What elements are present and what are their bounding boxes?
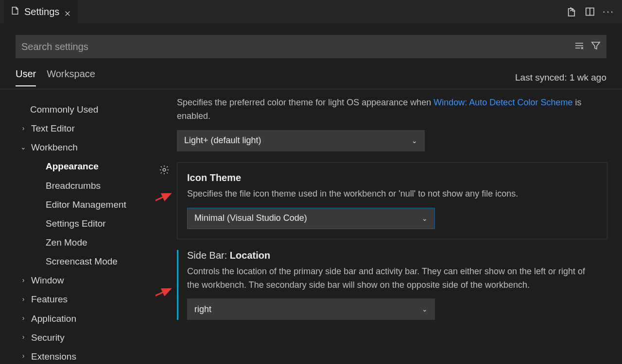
tab-actions: ···: [567, 7, 618, 17]
chevron-right-icon: ›: [20, 122, 26, 135]
setting-sidebar-location: Side Bar: Location Controls the location…: [177, 250, 607, 320]
clear-filter-icon[interactable]: [574, 41, 584, 52]
toc-item-editor-management[interactable]: Editor Management: [14, 195, 156, 214]
annotation-arrow: [156, 191, 176, 205]
toc-item-label: Workbench: [31, 139, 78, 156]
scope-tabs: User Workspace: [16, 68, 95, 86]
sync-status: Last synced: 1 wk ago: [515, 72, 606, 83]
toc-item-label: Text Editor: [31, 120, 75, 137]
setting-title: Side Bar: Location: [187, 250, 607, 261]
scope-tab-workspace[interactable]: Workspace: [47, 68, 95, 86]
toc-item-label: Extensions: [31, 348, 76, 364]
select-preferred-light-theme[interactable]: Light+ (default light) ⌄: [177, 130, 425, 151]
chevron-right-icon: ›: [20, 312, 26, 325]
toc-item-window[interactable]: ›Window: [14, 271, 156, 290]
desc-text: Specifies the preferred color theme for …: [177, 98, 433, 107]
chevron-right-icon: ›: [20, 274, 26, 287]
search-actions: [574, 41, 601, 52]
setting-description: Controls the location of the primary sid…: [187, 265, 595, 292]
chevron-down-icon: ⌄: [422, 305, 428, 313]
toc-item-features[interactable]: ›Features: [14, 290, 156, 309]
setting-icon-theme: Icon Theme Specifies the file icon theme…: [177, 162, 607, 239]
toc-item-appearance[interactable]: Appearance: [14, 157, 156, 176]
toc-item-label: Features: [31, 291, 68, 308]
open-changes-icon[interactable]: [567, 7, 576, 17]
chevron-right-icon: ›: [20, 293, 26, 306]
toc-item-settings-editor[interactable]: Settings Editor: [14, 214, 156, 233]
select-value: Minimal (Visual Studio Code): [194, 213, 307, 223]
toc-item-extensions[interactable]: ›Extensions: [14, 347, 156, 364]
tab-settings[interactable]: Settings: [4, 0, 78, 23]
chevron-down-icon: ⌄: [422, 215, 428, 222]
split-editor-icon[interactable]: [585, 7, 595, 17]
file-icon: [11, 6, 19, 17]
tab-title: Settings: [24, 6, 59, 17]
filter-icon[interactable]: [591, 41, 601, 52]
editor-tab-bar: Settings ···: [0, 0, 622, 23]
select-sidebar-location[interactable]: right ⌄: [187, 298, 435, 320]
setting-description: Specifies the preferred color theme for …: [177, 96, 585, 123]
select-icon-theme[interactable]: Minimal (Visual Studio Code) ⌄: [187, 208, 435, 229]
gear-icon[interactable]: [159, 165, 170, 178]
svg-point-5: [163, 168, 166, 171]
select-value: right: [194, 304, 211, 314]
settings-body: Commonly Used›Text Editor⌄WorkbenchAppea…: [0, 89, 622, 364]
more-actions-icon[interactable]: ···: [604, 7, 613, 17]
settings-toc: Commonly Used›Text Editor⌄WorkbenchAppea…: [0, 96, 156, 364]
chevron-right-icon: ›: [20, 350, 26, 363]
select-value: Light+ (default light): [184, 135, 261, 146]
chevron-down-icon: ⌄: [20, 141, 26, 154]
search-input[interactable]: [21, 41, 574, 52]
close-icon[interactable]: [64, 8, 71, 15]
toc-item-label: Application: [31, 310, 76, 327]
annotation-arrow: [156, 286, 176, 300]
settings-search[interactable]: [16, 35, 606, 58]
chevron-right-icon: ›: [20, 331, 26, 344]
title-name: Icon Theme: [187, 172, 241, 183]
link-auto-detect-color-scheme[interactable]: Window: Auto Detect Color Scheme: [433, 98, 572, 107]
toc-item-text-editor[interactable]: ›Text Editor: [14, 119, 156, 138]
settings-scope-row: User Workspace Last synced: 1 wk ago: [0, 63, 622, 89]
toc-item-workbench[interactable]: ⌄Workbench: [14, 138, 156, 157]
title-prefix: Side Bar:: [187, 250, 230, 261]
toc-item-security[interactable]: ›Security: [14, 328, 156, 347]
setting-preferred-light-theme: Specifies the preferred color theme for …: [177, 96, 607, 151]
setting-description: Specifies the file icon theme used in th…: [187, 187, 595, 201]
toc-item-zen-mode[interactable]: Zen Mode: [14, 233, 156, 252]
toc-item-application[interactable]: ›Application: [14, 309, 156, 328]
toc-item-commonly-used[interactable]: Commonly Used: [14, 100, 156, 119]
settings-content: Specifies the preferred color theme for …: [156, 96, 622, 364]
toc-item-label: Security: [31, 329, 65, 346]
setting-title: Icon Theme: [187, 172, 597, 183]
toc-item-label: Window: [31, 272, 64, 289]
toc-item-screencast-mode[interactable]: Screencast Mode: [14, 252, 156, 271]
tab-group: Settings: [4, 0, 78, 23]
chevron-down-icon: ⌄: [412, 137, 417, 145]
settings-search-row: [0, 23, 622, 63]
title-name: Location: [230, 250, 270, 261]
toc-item-breadcrumbs[interactable]: Breadcrumbs: [14, 176, 156, 195]
scope-tab-user[interactable]: User: [16, 68, 36, 86]
